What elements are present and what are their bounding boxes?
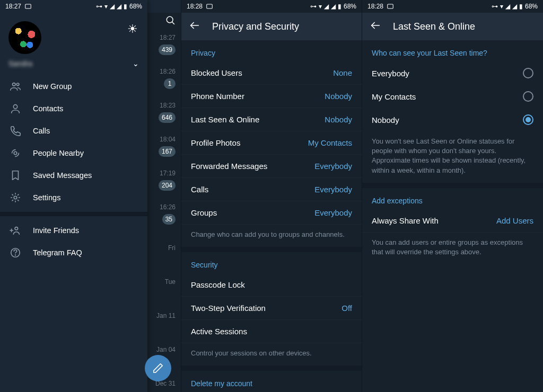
menu-item-settings[interactable]: Settings [0,186,147,209]
unread-badge: 167 [159,146,176,157]
row-profile-photos[interactable]: Profile PhotosMy Contacts [181,131,362,155]
chat-row[interactable]: Fri [147,231,181,265]
row-active-sessions[interactable]: Active Sessions [181,320,362,343]
cast-icon [24,3,32,10]
row-label: Two-Step Verification [191,304,266,313]
menu-item-calls[interactable]: Calls [0,120,147,142]
cast-icon [206,3,213,10]
battery-text: 68% [525,3,538,10]
menu-item-label: Saved Messages [33,171,92,180]
battery-icon: ▮ [338,3,341,10]
row-calls[interactable]: CallsEverybody [181,178,362,201]
back-button[interactable] [189,20,200,34]
status-bar: 18:28 ⊶ ▾ ◢ ◢ ▮ 68% [181,0,362,13]
radio-indicator [523,68,533,78]
chat-row[interactable]: 18:04167 [147,129,181,163]
radio-label: Nobody [372,115,399,124]
gear-icon [10,192,21,203]
radio-my-contacts[interactable]: My Contacts [362,85,543,108]
username: Sandra [8,59,32,68]
nearby-icon [10,147,21,159]
chat-time: 17:19 [160,170,176,177]
search-icon[interactable] [165,15,176,25]
chatlist-peek: 18:2743918:26118:2364618:0416717:1920416… [147,13,181,392]
svg-point-4 [16,83,19,86]
wifi-icon: ▾ [104,3,108,10]
unread-badge: 204 [159,180,176,191]
menu-item-telegram-faq[interactable]: Telegram FAQ [0,242,147,264]
signal-icon-2: ◢ [512,3,517,10]
row-blocked-users[interactable]: Blocked UsersNone [181,61,362,85]
row-label: Groups [191,208,217,217]
compose-fab[interactable] [145,355,171,381]
row-forwarded-messages[interactable]: Forwarded MessagesEverybody [181,155,362,178]
row-phone-number[interactable]: Phone NumberNobody [181,85,362,108]
battery-text: 68% [129,3,142,10]
row-always-share[interactable]: Always Share With Add Users [362,209,543,233]
chat-row[interactable]: Tue [147,265,181,299]
section-privacy: Privacy [181,40,362,61]
radio-indicator [523,114,533,125]
account-selector[interactable]: Sandra ⌄ [0,59,147,75]
row-label: Blocked Users [191,68,242,77]
svg-point-12 [15,255,16,255]
pencil-icon [152,362,164,374]
person-icon [10,103,21,114]
row-groups[interactable]: GroupsEverybody [181,201,362,225]
chat-row[interactable]: 16:2635 [147,197,181,231]
svg-rect-15 [388,4,393,8]
exceptions-desc: You can add users or entire groups as ex… [362,233,543,264]
radio-nobody[interactable]: Nobody [362,108,543,131]
svg-point-5 [13,105,17,109]
svg-point-3 [13,83,16,86]
avatar[interactable] [8,21,41,54]
invite-icon [10,225,21,236]
cast-icon [387,3,394,10]
menu-item-label: Contacts [33,104,63,113]
menu-item-label: Calls [33,127,50,135]
privacy-desc: Change who can add you to groups and cha… [181,225,362,247]
row-two-step-verification[interactable]: Two-Step VerificationOff [181,297,362,320]
chat-time: Tue [165,278,176,286]
section-exceptions: Add exceptions [362,188,543,209]
chat-row[interactable]: 17:19204 [147,163,181,197]
row-last-seen-online[interactable]: Last Seen & OnlineNobody [181,108,362,131]
battery-text: 68% [344,3,356,10]
row-label: Profile Photos [191,138,240,147]
theme-toggle-icon[interactable]: ☀ [127,22,138,36]
row-label: Passcode Lock [191,280,245,289]
row-passcode-lock[interactable]: Passcode Lock [181,273,362,297]
menu-item-contacts[interactable]: Contacts [0,97,147,120]
arrow-left-icon [189,20,200,31]
menu-item-new-group[interactable]: New Group [0,75,147,97]
status-time: 18:27 [5,3,21,10]
section-gap [362,183,543,188]
menu-item-invite-friends[interactable]: Invite Friends [0,219,147,242]
menu-item-label: New Group [33,82,72,91]
svg-point-6 [14,152,17,155]
security-desc: Control your sessions on other devices. [181,343,362,366]
row-label: Last Seen & Online [191,115,259,124]
menu-item-saved-messages[interactable]: Saved Messages [0,164,147,186]
chat-time: 18:26 [160,68,176,75]
svg-rect-13 [207,4,213,8]
chat-time: 18:04 [160,136,176,143]
menu-item-label: Invite Friends [33,226,79,235]
back-button[interactable] [370,20,381,34]
chat-row[interactable]: 18:23646 [147,95,181,129]
radio-everybody[interactable]: Everybody [362,61,543,85]
row-value: Everybody [314,162,352,171]
chat-row[interactable]: 18:261 [147,61,181,95]
svg-line-1 [172,22,174,24]
signal-icon-2: ◢ [331,3,336,10]
chat-row[interactable]: 18:27439 [147,28,181,61]
radio-indicator [523,91,533,102]
menu-item-people-nearby[interactable]: People Nearby [0,142,147,164]
unread-badge: 439 [159,44,176,55]
bookmark-icon [10,170,21,181]
chat-row[interactable]: Jan 11 [147,299,181,333]
row-value: My Contacts [308,138,352,147]
svg-point-8 [15,227,18,230]
chat-time: Jan 11 [156,312,176,319]
section-gap [181,366,362,371]
